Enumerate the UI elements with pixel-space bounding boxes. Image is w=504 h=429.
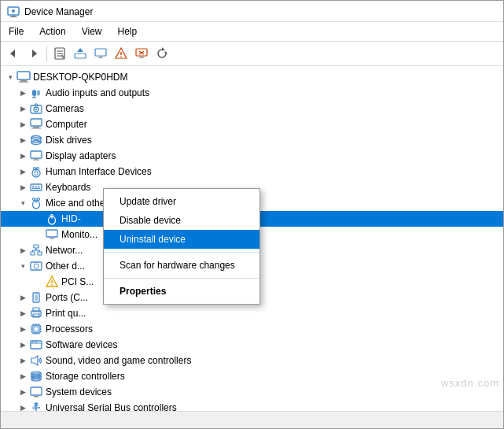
tree-item-software[interactable]: ▶ Software devices bbox=[1, 337, 503, 353]
tree-item-audio[interactable]: ▶ Audio inputs and outputs bbox=[1, 85, 503, 101]
expand-arrow-hid-device[interactable] bbox=[32, 211, 45, 227]
expand-arrow-keyboards[interactable]: ▶ bbox=[17, 179, 29, 195]
tree-item-hid[interactable]: ▶ Human Interface Devices bbox=[1, 164, 503, 179]
expand-arrow-audio[interactable]: ▶ bbox=[17, 85, 29, 101]
expand-arrow-printqueue[interactable]: ▶ bbox=[17, 305, 29, 321]
storage-icon bbox=[29, 369, 43, 383]
system-icon bbox=[29, 385, 43, 399]
cameras-label: Cameras bbox=[46, 101, 84, 116]
computer-label: Computer bbox=[46, 116, 87, 132]
keyboard-icon bbox=[29, 180, 43, 194]
menu-file[interactable]: File bbox=[1, 24, 31, 39]
system-label: System devices bbox=[46, 384, 112, 400]
svg-point-60 bbox=[33, 198, 35, 201]
monitors-sub-icon bbox=[45, 227, 59, 242]
svg-point-64 bbox=[51, 215, 53, 217]
software-icon bbox=[29, 338, 43, 352]
tree-root[interactable]: ▾ DESKTOP-QKP0HDM bbox=[1, 69, 503, 85]
expand-arrow-monitors-sub[interactable] bbox=[32, 227, 45, 242]
refresh-button[interactable] bbox=[153, 44, 171, 63]
tree-item-printqueue[interactable]: ▶ Print qu... bbox=[1, 305, 503, 321]
svg-point-105 bbox=[34, 342, 35, 343]
svg-marker-5 bbox=[32, 50, 37, 57]
expand-arrow-usb[interactable]: ▶ bbox=[17, 400, 29, 411]
tree-item-processors[interactable]: ▶ bbox=[1, 321, 503, 337]
svg-rect-27 bbox=[20, 80, 27, 82]
expand-arrow-system[interactable]: ▶ bbox=[17, 384, 29, 400]
ctx-separator-1 bbox=[104, 252, 259, 253]
ports-label: Ports (C... bbox=[46, 290, 88, 305]
tree-item-disk[interactable]: ▶ Disk drives bbox=[1, 132, 503, 148]
svg-rect-115 bbox=[31, 387, 42, 395]
expand-arrow-ports[interactable]: ▶ bbox=[17, 290, 29, 305]
tree-item-computer[interactable]: ▶ Computer bbox=[1, 116, 503, 132]
expand-arrow-hid[interactable]: ▶ bbox=[17, 164, 29, 179]
tree-item-system[interactable]: ▶ System devices bbox=[1, 384, 503, 400]
usb-label: Universal Serial Bus controllers bbox=[46, 400, 177, 411]
disk-icon bbox=[29, 133, 43, 147]
tree-item-sound[interactable]: ▶ Sound, video and game controllers bbox=[1, 353, 503, 368]
svg-rect-67 bbox=[34, 245, 39, 248]
hid-label: Human Interface Devices bbox=[46, 164, 152, 179]
menu-action[interactable]: Action bbox=[31, 24, 73, 39]
ctx-update-driver[interactable]: Update driver bbox=[104, 192, 259, 211]
expand-arrow-disk[interactable]: ▶ bbox=[17, 132, 29, 148]
expand-arrow-network[interactable]: ▶ bbox=[17, 242, 29, 258]
menu-help[interactable]: Help bbox=[110, 24, 145, 39]
properties-button[interactable] bbox=[50, 44, 69, 63]
tree-item-cameras[interactable]: ▶ Cameras bbox=[1, 101, 503, 116]
tree-item-storage[interactable]: ▶ Storage controllers bbox=[1, 368, 503, 384]
svg-rect-55 bbox=[35, 188, 39, 190]
back-button[interactable] bbox=[4, 44, 23, 63]
toolbar bbox=[1, 42, 503, 66]
update-driver-button[interactable] bbox=[71, 44, 90, 63]
expand-arrow-display[interactable]: ▶ bbox=[17, 148, 29, 164]
ctx-uninstall-device[interactable]: Uninstall device bbox=[104, 230, 259, 249]
processors-icon bbox=[29, 322, 43, 336]
printqueue-label: Print qu... bbox=[46, 305, 86, 321]
forward-button[interactable] bbox=[24, 44, 43, 63]
svg-rect-26 bbox=[17, 72, 30, 80]
expand-arrow-computer[interactable]: ▶ bbox=[17, 116, 29, 132]
svg-marker-107 bbox=[31, 356, 38, 365]
svg-rect-65 bbox=[46, 230, 57, 237]
ctx-scan[interactable]: Scan for hardware changes bbox=[104, 256, 259, 275]
ctx-disable-device[interactable]: Disable device bbox=[104, 211, 259, 230]
audio-icon bbox=[29, 86, 43, 100]
svg-rect-56 bbox=[39, 188, 40, 190]
expand-arrow-pci[interactable] bbox=[32, 274, 45, 290]
expand-arrow-processors[interactable]: ▶ bbox=[17, 321, 29, 337]
expand-arrow-software[interactable]: ▶ bbox=[17, 337, 29, 353]
expand-arrow-cameras[interactable]: ▶ bbox=[17, 101, 29, 116]
root-label: DESKTOP-QKP0HDM bbox=[33, 69, 127, 85]
pci-label: PCI S... bbox=[61, 274, 94, 290]
keyboards-label: Keyboards bbox=[46, 179, 90, 195]
watermark: wsxdn.com bbox=[441, 377, 499, 389]
warning-button[interactable] bbox=[112, 44, 131, 63]
expand-arrow-other[interactable]: ▾ bbox=[17, 258, 29, 274]
sound-label: Sound, video and game controllers bbox=[46, 353, 191, 368]
tree-item-display[interactable]: ▶ Display adapters bbox=[1, 148, 503, 164]
expand-arrow-sound[interactable]: ▶ bbox=[17, 353, 29, 368]
svg-point-46 bbox=[35, 171, 38, 176]
device-manager-window: Device Manager File Action View Help bbox=[0, 0, 504, 429]
svg-rect-13 bbox=[95, 49, 106, 56]
svg-rect-54 bbox=[32, 188, 34, 190]
disk-label: Disk drives bbox=[46, 132, 92, 148]
svg-point-113 bbox=[39, 374, 40, 375]
monitor-button[interactable] bbox=[91, 44, 110, 63]
svg-point-106 bbox=[36, 342, 38, 343]
expand-arrow-storage[interactable]: ▶ bbox=[17, 368, 29, 384]
tree-item-usb[interactable]: ▶ Universal Serial Bus controllers bbox=[1, 400, 503, 411]
usb-icon bbox=[29, 401, 43, 411]
expand-arrow-root[interactable]: ▾ bbox=[4, 69, 17, 85]
svg-point-34 bbox=[35, 109, 37, 110]
delete-button[interactable] bbox=[132, 44, 151, 63]
camera-icon bbox=[29, 102, 43, 116]
expand-arrow-mice[interactable]: ▾ bbox=[17, 195, 29, 211]
menu-view[interactable]: View bbox=[74, 24, 110, 39]
hid-device-icon bbox=[45, 212, 59, 226]
monitors-sub-label: Monito... bbox=[61, 227, 97, 242]
ctx-properties[interactable]: Properties bbox=[104, 282, 259, 301]
svg-rect-52 bbox=[35, 186, 37, 187]
